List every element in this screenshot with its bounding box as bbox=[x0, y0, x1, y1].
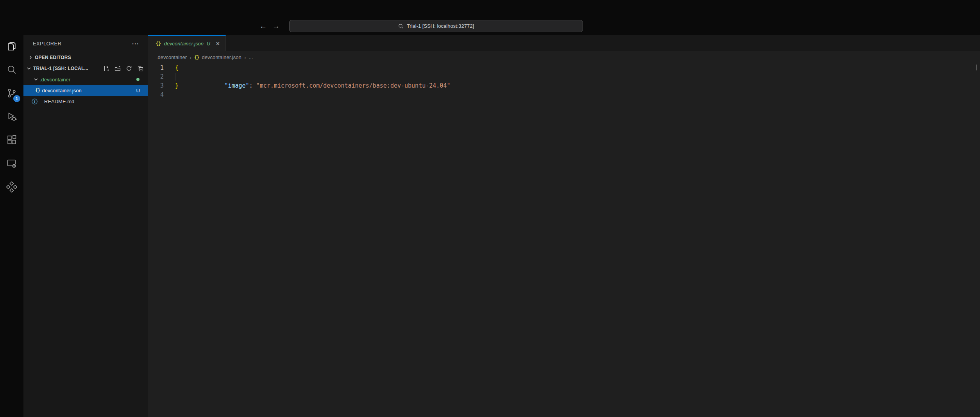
json-file-icon: {} bbox=[35, 88, 40, 93]
activity-extensions-button[interactable] bbox=[0, 129, 23, 153]
editor-group: {} devcontainer.json U ✕ .devcontainer ›… bbox=[148, 35, 980, 417]
breadcrumb: .devcontainer › {} devcontainer.json › .… bbox=[148, 51, 980, 63]
remote-explorer-icon bbox=[6, 158, 17, 171]
tree-item-devcontainer-json[interactable]: {} devcontainer.json U bbox=[23, 85, 148, 96]
workspace-section-header[interactable]: TRIAL-1 [SSH: LOCAL... bbox=[23, 63, 148, 74]
indent-token bbox=[210, 82, 224, 89]
extensions-icon bbox=[6, 135, 17, 147]
back-button[interactable]: ← bbox=[259, 22, 267, 30]
new-folder-button[interactable] bbox=[114, 65, 121, 72]
breadcrumb-folder[interactable]: .devcontainer bbox=[156, 54, 187, 60]
overview-ruler-mark bbox=[976, 65, 977, 70]
tab-devcontainer-json[interactable]: {} devcontainer.json U ✕ bbox=[148, 35, 226, 51]
open-brace-token: { bbox=[175, 64, 179, 71]
refresh-icon[interactable] bbox=[126, 65, 132, 72]
workbench: 1 bbox=[0, 35, 980, 417]
history-nav: ← → bbox=[259, 20, 280, 32]
close-brace-token: } bbox=[175, 82, 179, 89]
activity-search-button[interactable] bbox=[0, 59, 23, 82]
tree-item-readme[interactable]: README.md bbox=[23, 96, 148, 107]
tab-bar: {} devcontainer.json U ✕ bbox=[148, 35, 980, 51]
search-icon bbox=[398, 23, 404, 29]
git-untracked-badge: U bbox=[136, 88, 140, 93]
code-editor[interactable]: 1 { 2 "image": "mcr.microsoft.com/devcon… bbox=[148, 63, 980, 417]
title-bar: ← → Trial-1 [SSH: localhost:32772] bbox=[0, 0, 980, 35]
collapse-all-button[interactable] bbox=[137, 65, 143, 72]
file-label: devcontainer.json bbox=[42, 88, 81, 93]
window-title: Trial-1 [SSH: localhost:32772] bbox=[407, 23, 474, 29]
indent-guide bbox=[175, 73, 175, 81]
chevron-right-icon bbox=[27, 54, 34, 61]
explorer-sidebar: EXPLORER ⋯ OPEN EDITORS TRIAL-1 [SSH: LO… bbox=[23, 35, 148, 417]
containers-icon bbox=[6, 182, 17, 194]
open-editors-section-header[interactable]: OPEN EDITORS bbox=[23, 52, 148, 63]
line-number[interactable]: 4 bbox=[148, 90, 169, 99]
activity-source-control-button[interactable]: 1 bbox=[0, 82, 23, 106]
command-center[interactable]: Trial-1 [SSH: localhost:32772] bbox=[289, 20, 583, 32]
activity-explorer-button[interactable] bbox=[0, 35, 23, 59]
code-line[interactable]: 4 bbox=[148, 90, 980, 99]
search-icon bbox=[6, 64, 17, 77]
chevron-down-icon bbox=[33, 76, 39, 83]
chevron-right-icon: › bbox=[190, 54, 191, 61]
workspace-label: TRIAL-1 [SSH: LOCAL... bbox=[33, 66, 88, 71]
breadcrumb-symbols[interactable]: ... bbox=[249, 54, 253, 60]
json-key-token: "image" bbox=[224, 82, 249, 89]
forward-button[interactable]: → bbox=[272, 22, 280, 30]
readme-info-icon bbox=[31, 98, 38, 105]
run-debug-icon bbox=[6, 111, 17, 124]
chevron-down-icon bbox=[26, 65, 32, 72]
source-control-badge: 1 bbox=[13, 95, 20, 102]
tab-label: devcontainer.json bbox=[164, 41, 204, 47]
activity-containers-button[interactable] bbox=[0, 176, 23, 200]
breadcrumb-file[interactable]: devcontainer.json bbox=[202, 54, 241, 60]
json-string-token: "mcr.microsoft.com/devcontainers/base:de… bbox=[256, 82, 451, 89]
sidebar-title: EXPLORER bbox=[33, 41, 61, 47]
code-line[interactable]: 2 "image": "mcr.microsoft.com/devcontain… bbox=[148, 72, 980, 81]
git-untracked-badge: U bbox=[207, 41, 210, 47]
code-line[interactable]: 1 { bbox=[148, 63, 980, 72]
activity-run-debug-button[interactable] bbox=[0, 106, 23, 129]
folder-label: .devcontainer bbox=[40, 77, 70, 83]
chevron-right-icon: › bbox=[244, 54, 246, 61]
line-number[interactable]: 3 bbox=[148, 81, 169, 90]
colon-token: : bbox=[249, 82, 256, 89]
open-editors-label: OPEN EDITORS bbox=[35, 55, 71, 60]
json-file-icon: {} bbox=[156, 41, 161, 47]
activity-bar: 1 bbox=[0, 35, 23, 417]
activity-remote-explorer-button[interactable] bbox=[0, 153, 23, 176]
file-label: README.md bbox=[44, 99, 74, 104]
json-file-icon: {} bbox=[194, 55, 199, 60]
line-number[interactable]: 2 bbox=[148, 72, 169, 81]
git-modified-dot bbox=[136, 78, 139, 81]
new-file-button[interactable] bbox=[103, 65, 109, 72]
tree-item-devcontainer-folder[interactable]: .devcontainer bbox=[23, 74, 148, 85]
line-number[interactable]: 1 bbox=[148, 63, 169, 72]
files-icon bbox=[6, 41, 17, 53]
close-icon[interactable]: ✕ bbox=[216, 41, 220, 47]
views-more-button[interactable]: ⋯ bbox=[132, 40, 139, 47]
